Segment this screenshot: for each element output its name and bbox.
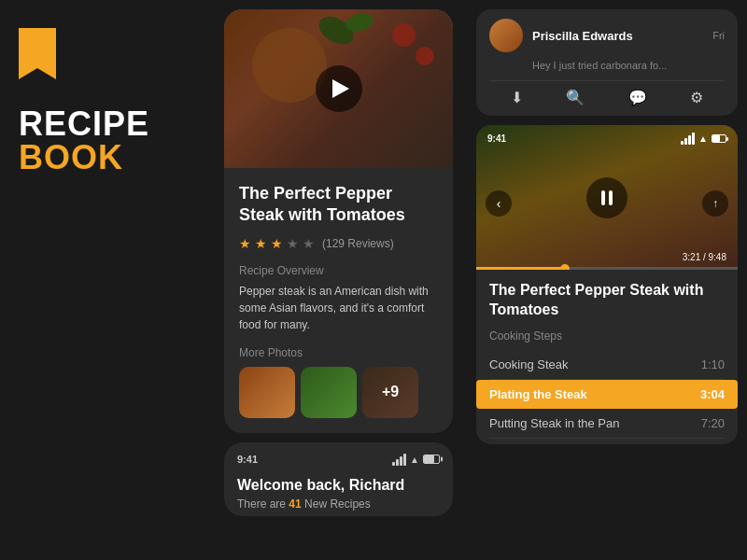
video-time: 9:41 [487, 133, 506, 144]
rating-row: ★ ★ ★ ★ ★ (129 Reviews) [239, 236, 438, 251]
logo-recipe: RECIPE [19, 107, 149, 141]
left-panel: RECIPE BOOK [0, 0, 224, 560]
more-photos-label: More Photos [239, 346, 438, 359]
photo-thumbnails: +9 [239, 367, 438, 418]
video-timestamp: 3:21 / 9:48 [683, 252, 726, 262]
pause-button[interactable] [586, 177, 627, 218]
cooking-steps-label: Cooking Steps [489, 329, 725, 343]
video-info: The Perfect Pepper Steak with Tomatoes C… [476, 270, 738, 444]
thumbnail-more[interactable]: +9 [362, 367, 418, 418]
search-button[interactable]: 🔍 [566, 89, 585, 106]
search-icon: 🔍 [566, 89, 585, 106]
share-button[interactable]: ↑ [702, 190, 728, 217]
video-title: The Perfect Pepper Steak with Tomatoes [489, 281, 725, 320]
recipe-title: The Perfect Pepper Steak with Tomatoes [239, 183, 438, 227]
signal-icon [392, 454, 406, 466]
notification-header: Priscilla Edwards Fri [489, 19, 725, 52]
middle-panel: The Perfect Pepper Steak with Tomatoes ★… [215, 0, 462, 560]
phone-time: 9:41 [237, 454, 258, 465]
step-time-3: 7:20 [701, 416, 725, 430]
battery-icon [423, 455, 440, 464]
star-3: ★ [271, 236, 283, 251]
step-list: Cooking Steak 1:10 Plating the Steak 3:0… [489, 350, 725, 439]
notif-time: Fri [712, 30, 725, 41]
star-2: ★ [255, 236, 267, 251]
comment-button[interactable]: 💬 [628, 89, 647, 106]
step-time-2: 3:04 [700, 387, 725, 401]
video-progress-fill [476, 267, 565, 270]
comment-icon: 💬 [628, 89, 647, 106]
back-button[interactable]: ‹ [486, 190, 512, 217]
wifi-icon: ▲ [410, 455, 419, 465]
recipe-description: Pepper steak is an American dish with so… [239, 283, 438, 333]
notif-actions: ⬇ 🔍 💬 ⚙ [489, 80, 725, 106]
video-header: 9:41 ▲ ‹ [476, 125, 738, 270]
reviews-count: (129 Reviews) [322, 237, 394, 250]
pause-icon [601, 190, 613, 205]
step-item-2[interactable]: Plating the Steak 3:04 [476, 380, 738, 409]
inbox-icon: ⬇ [511, 89, 523, 106]
video-wifi-icon: ▲ [698, 133, 708, 144]
step-name-1: Cooking Steak [489, 357, 569, 371]
star-5: ★ [303, 236, 315, 251]
notif-name: Priscilla Edwards [532, 29, 633, 43]
video-status-icons: ▲ [681, 133, 726, 145]
thumbnail-2[interactable] [301, 367, 357, 418]
right-panel: Priscilla Edwards Fri Hey I just tried c… [467, 0, 747, 560]
play-button[interactable] [316, 65, 362, 112]
settings-button[interactable]: ⚙ [690, 89, 703, 106]
phone-icons: ▲ [392, 454, 440, 466]
play-icon [332, 79, 349, 98]
welcome-title: Welcome back, Richard [237, 477, 440, 494]
step-name-3: Putting Steak in the Pan [489, 416, 619, 430]
bookmark-icon [19, 28, 56, 79]
recipe-image [224, 9, 453, 168]
step-item-1[interactable]: Cooking Steak 1:10 [489, 350, 725, 380]
phone-card: 9:41 ▲ Welcome back, Richard There are 4… [224, 442, 453, 516]
video-signal-icon [681, 133, 695, 145]
notification-bar: Priscilla Edwards Fri Hey I just tried c… [476, 9, 738, 116]
avatar [489, 19, 523, 52]
step-time-1: 1:10 [701, 357, 725, 371]
recipe-card: The Perfect Pepper Steak with Tomatoes ★… [224, 9, 453, 433]
video-progress-bar[interactable] [476, 267, 738, 270]
video-player-card: 9:41 ▲ ‹ [476, 125, 738, 444]
notif-message: Hey I just tried carbonara fo... [532, 60, 725, 71]
overview-label: Recipe Overview [239, 264, 438, 277]
star-4: ★ [287, 236, 299, 251]
video-thumbnail: 9:41 ▲ ‹ [476, 125, 738, 270]
phone-status-bar: 9:41 ▲ [237, 454, 440, 466]
video-battery-icon [712, 134, 726, 143]
logo-book: BOOK [19, 141, 123, 175]
welcome-subtitle: There are 41 New Recipes [237, 497, 440, 511]
thumbnail-1[interactable] [239, 367, 295, 418]
video-progress-dot [560, 264, 570, 271]
star-1: ★ [239, 236, 251, 251]
inbox-button[interactable]: ⬇ [511, 89, 523, 106]
video-status-bar: 9:41 ▲ [487, 133, 726, 145]
step-name-2: Plating the Steak [489, 387, 587, 401]
step-item-3[interactable]: Putting Steak in the Pan 7:20 [489, 409, 725, 439]
settings-icon: ⚙ [690, 89, 703, 106]
